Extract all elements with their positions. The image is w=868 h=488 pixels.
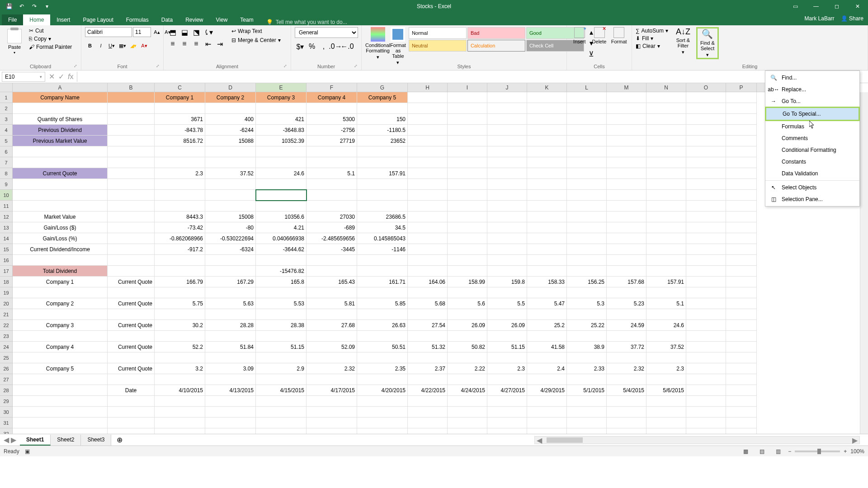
cell-M27[interactable] xyxy=(607,374,646,385)
cell-O31[interactable] xyxy=(686,418,726,428)
cell-I8[interactable] xyxy=(448,168,487,179)
cell-P26[interactable] xyxy=(726,363,757,374)
cell-A32[interactable] xyxy=(13,428,108,434)
menu-constants[interactable]: Constants xyxy=(765,156,859,168)
cell-L31[interactable] xyxy=(567,418,607,428)
cell-D11[interactable] xyxy=(205,201,256,211)
cell-A9[interactable] xyxy=(13,179,108,190)
cell-A25[interactable] xyxy=(13,352,108,363)
cell-A31[interactable] xyxy=(13,418,108,428)
cell-A19[interactable] xyxy=(13,287,108,298)
cell-O16[interactable] xyxy=(686,255,726,266)
cell-E32[interactable] xyxy=(256,428,307,434)
font-launcher-icon[interactable]: ⤢ xyxy=(156,64,161,69)
cell-F22[interactable]: 27.68 xyxy=(307,320,357,331)
tab-review[interactable]: Review xyxy=(179,14,209,25)
cell-A28[interactable] xyxy=(13,385,108,396)
cell-L32[interactable] xyxy=(567,428,607,434)
format-cells-button[interactable]: Format xyxy=(610,27,628,44)
cell-L19[interactable] xyxy=(567,287,607,298)
cell-B24[interactable]: Current Quote xyxy=(108,342,155,352)
row-header-15[interactable]: 15 xyxy=(0,244,12,255)
cell-N11[interactable] xyxy=(646,201,686,211)
cell-P29[interactable] xyxy=(726,396,757,407)
cell-M11[interactable] xyxy=(607,201,646,211)
save-icon[interactable]: 💾 xyxy=(4,1,14,12)
cell-P18[interactable] xyxy=(726,277,757,287)
select-all-corner[interactable] xyxy=(0,83,13,92)
cell-I6[interactable] xyxy=(448,146,487,157)
cell-I9[interactable] xyxy=(448,179,487,190)
cell-B12[interactable] xyxy=(108,211,155,222)
cell-H31[interactable] xyxy=(408,418,448,428)
cell-E16[interactable] xyxy=(256,255,307,266)
cell-D16[interactable] xyxy=(205,255,256,266)
cell-G26[interactable]: 2.35 xyxy=(357,363,408,374)
cell-G11[interactable] xyxy=(357,201,408,211)
cell-I12[interactable] xyxy=(448,211,487,222)
cell-N4[interactable] xyxy=(646,125,686,136)
cell-F10[interactable] xyxy=(307,190,357,201)
cell-C2[interactable] xyxy=(155,103,205,114)
cell-E22[interactable]: 28.38 xyxy=(256,320,307,331)
cell-A3[interactable]: Quantity of Shares xyxy=(13,114,108,125)
cell-C11[interactable] xyxy=(155,201,205,211)
cell-G7[interactable] xyxy=(357,157,408,168)
cell-C10[interactable] xyxy=(155,190,205,201)
fill-button[interactable]: ⬇Fill ▾ xyxy=(636,35,668,42)
cell-P9[interactable] xyxy=(726,179,757,190)
cell-N14[interactable] xyxy=(646,233,686,244)
tab-view[interactable]: View xyxy=(210,14,234,25)
cell-B13[interactable] xyxy=(108,222,155,233)
cell-D20[interactable]: 5.63 xyxy=(205,298,256,309)
cell-C19[interactable] xyxy=(155,287,205,298)
cell-C18[interactable]: 166.79 xyxy=(155,277,205,287)
cell-B18[interactable]: Current Quote xyxy=(108,277,155,287)
menu-formulas[interactable]: Formulas xyxy=(765,121,859,132)
cell-H4[interactable] xyxy=(408,125,448,136)
cell-D18[interactable]: 167.29 xyxy=(205,277,256,287)
cell-E21[interactable] xyxy=(256,309,307,320)
undo-icon[interactable]: ↶ xyxy=(16,1,27,12)
cell-G20[interactable]: 5.85 xyxy=(357,298,408,309)
cell-K13[interactable] xyxy=(527,222,567,233)
cell-D26[interactable]: 3.09 xyxy=(205,363,256,374)
cell-J14[interactable] xyxy=(487,233,527,244)
cell-E4[interactable]: -3648.83 xyxy=(256,125,307,136)
cell-H29[interactable] xyxy=(408,396,448,407)
increase-font-icon[interactable]: A▴ xyxy=(152,27,162,37)
cell-H27[interactable] xyxy=(408,374,448,385)
cell-K18[interactable]: 158.33 xyxy=(527,277,567,287)
cell-L2[interactable] xyxy=(567,103,607,114)
cell-M32[interactable] xyxy=(607,428,646,434)
cell-O11[interactable] xyxy=(686,201,726,211)
cell-C5[interactable]: 8516.72 xyxy=(155,136,205,146)
cell-A20[interactable]: Company 2 xyxy=(13,298,108,309)
row-header-18[interactable]: 18 xyxy=(0,277,12,287)
cell-F32[interactable] xyxy=(307,428,357,434)
cell-L29[interactable] xyxy=(567,396,607,407)
cell-L27[interactable] xyxy=(567,374,607,385)
cell-B23[interactable] xyxy=(108,331,155,342)
cell-O32[interactable] xyxy=(686,428,726,434)
cell-L6[interactable] xyxy=(567,146,607,157)
cell-P3[interactable] xyxy=(726,114,757,125)
cell-L3[interactable] xyxy=(567,114,607,125)
cell-F28[interactable]: 4/17/2015 xyxy=(307,385,357,396)
cell-E7[interactable] xyxy=(256,157,307,168)
cell-G4[interactable]: -1180.5 xyxy=(357,125,408,136)
col-header-H[interactable]: H xyxy=(408,83,448,92)
cell-K6[interactable] xyxy=(527,146,567,157)
cell-D28[interactable]: 4/13/2015 xyxy=(205,385,256,396)
cell-L25[interactable] xyxy=(567,352,607,363)
cell-C6[interactable] xyxy=(155,146,205,157)
cell-I13[interactable] xyxy=(448,222,487,233)
cell-J4[interactable] xyxy=(487,125,527,136)
cell-N25[interactable] xyxy=(646,352,686,363)
cell-H21[interactable] xyxy=(408,309,448,320)
tab-home[interactable]: Home xyxy=(23,14,50,25)
cell-L7[interactable] xyxy=(567,157,607,168)
format-painter-button[interactable]: 🖌Format Painter xyxy=(29,43,72,51)
cell-H18[interactable]: 164.06 xyxy=(408,277,448,287)
cell-I1[interactable] xyxy=(448,92,487,103)
